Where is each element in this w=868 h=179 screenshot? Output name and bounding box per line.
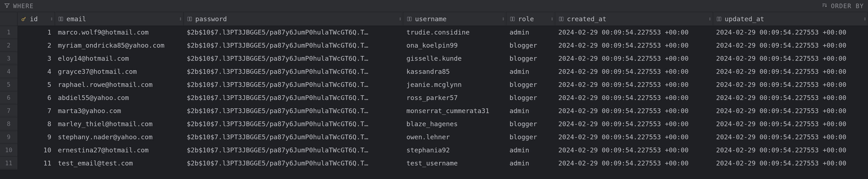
cell-created-at[interactable]: 2024-02-29 00:09:54.227553 +00:00 — [555, 104, 713, 117]
cell-updated-at[interactable]: 2024-02-29 00:09:54.227553 +00:00 — [713, 157, 868, 170]
cell-email[interactable]: grayce37@hotmail.com — [55, 65, 184, 78]
row-number[interactable]: 4 — [0, 65, 18, 78]
column-header-password[interactable]: password — [184, 12, 403, 26]
cell-email[interactable]: test_email@test.com — [55, 157, 184, 170]
row-number[interactable]: 3 — [0, 52, 18, 65]
sort-handle-icon[interactable] — [864, 17, 866, 20]
cell-created-at[interactable]: 2024-02-29 00:09:54.227553 +00:00 — [555, 91, 713, 104]
row-number[interactable]: 1 — [0, 26, 18, 39]
cell-id[interactable]: 5 — [18, 78, 55, 91]
cell-updated-at[interactable]: 2024-02-29 00:09:54.227553 +00:00 — [713, 131, 868, 143]
cell-updated-at[interactable]: 2024-02-29 00:09:54.227553 +00:00 — [713, 65, 868, 78]
cell-username[interactable]: stephania92 — [403, 144, 506, 156]
cell-password[interactable]: $2b$10$7.l3PT3JBGGE5/pa87y6JumP0hulaTWcG… — [184, 26, 403, 39]
cell-created-at[interactable]: 2024-02-29 00:09:54.227553 +00:00 — [555, 131, 713, 143]
cell-created-at[interactable]: 2024-02-29 00:09:54.227553 +00:00 — [555, 78, 713, 91]
row-number[interactable]: 9 — [0, 131, 18, 143]
column-header-updated-at[interactable]: updated_at — [713, 12, 868, 26]
row-number[interactable]: 10 — [0, 144, 18, 156]
cell-created-at[interactable]: 2024-02-29 00:09:54.227553 +00:00 — [555, 117, 713, 130]
row-number[interactable]: 5 — [0, 78, 18, 91]
table-row[interactable]: 9 9 stephany.nader@yahoo.com $2b$10$7.l3… — [0, 131, 868, 144]
cell-updated-at[interactable]: 2024-02-29 00:09:54.227553 +00:00 — [713, 104, 868, 117]
cell-username[interactable]: jeanie.mcglynn — [403, 78, 506, 91]
sort-handle-icon[interactable] — [400, 17, 401, 20]
cell-role[interactable]: admin — [506, 157, 555, 170]
row-number[interactable]: 7 — [0, 104, 18, 117]
cell-password[interactable]: $2b$10$7.l3PT3JBGGE5/pa87y6JumP0hulaTWcG… — [184, 144, 403, 156]
table-row[interactable]: 3 3 eloy14@hotmail.com $2b$10$7.l3PT3JBG… — [0, 52, 868, 65]
sort-handle-icon[interactable] — [552, 17, 553, 20]
table-row[interactable]: 8 8 marley_thiel@hotmail.com $2b$10$7.l3… — [0, 117, 868, 131]
cell-created-at[interactable]: 2024-02-29 00:09:54.227553 +00:00 — [555, 26, 713, 39]
cell-email[interactable]: raphael.rowe@hotmail.com — [55, 78, 184, 91]
cell-password[interactable]: $2b$10$7.l3PT3JBGGE5/pa87y6JumP0hulaTWcG… — [184, 39, 403, 52]
sort-icon[interactable] — [822, 2, 828, 10]
cell-updated-at[interactable]: 2024-02-29 00:09:54.227553 +00:00 — [713, 52, 868, 65]
cell-email[interactable]: stephany.nader@yahoo.com — [55, 131, 184, 143]
table-row[interactable]: 2 2 myriam_ondricka85@yahoo.com $2b$10$7… — [0, 39, 868, 52]
cell-username[interactable]: owen.lehner — [403, 131, 506, 143]
cell-username[interactable]: test_username — [403, 157, 506, 170]
cell-username[interactable]: monserrat_cummerata31 — [403, 104, 506, 117]
sort-handle-icon[interactable] — [51, 17, 52, 20]
column-header-created-at[interactable]: created_at — [555, 12, 713, 26]
cell-id[interactable]: 3 — [18, 52, 55, 65]
cell-username[interactable]: blaze_hagenes — [403, 117, 506, 130]
sort-handle-icon[interactable] — [709, 17, 710, 20]
cell-created-at[interactable]: 2024-02-29 00:09:54.227553 +00:00 — [555, 52, 713, 65]
table-row[interactable]: 6 6 abdiel55@yahoo.com $2b$10$7.l3PT3JBG… — [0, 91, 868, 104]
cell-id[interactable]: 8 — [18, 117, 55, 130]
cell-password[interactable]: $2b$10$7.l3PT3JBGGE5/pa87y6JumP0hulaTWcG… — [184, 65, 403, 78]
cell-updated-at[interactable]: 2024-02-29 00:09:54.227553 +00:00 — [713, 144, 868, 156]
cell-email[interactable]: marley_thiel@hotmail.com — [55, 117, 184, 130]
cell-id[interactable]: 9 — [18, 131, 55, 143]
cell-created-at[interactable]: 2024-02-29 00:09:54.227553 +00:00 — [555, 157, 713, 170]
cell-username[interactable]: gisselle.kunde — [403, 52, 506, 65]
sort-handle-icon[interactable] — [180, 17, 181, 20]
column-header-email[interactable]: email — [55, 12, 184, 26]
cell-created-at[interactable]: 2024-02-29 00:09:54.227553 +00:00 — [555, 39, 713, 52]
cell-role[interactable]: admin — [506, 104, 555, 117]
cell-password[interactable]: $2b$10$7.l3PT3JBGGE5/pa87y6JumP0hulaTWcG… — [184, 157, 403, 170]
cell-email[interactable]: myriam_ondricka85@yahoo.com — [55, 39, 184, 52]
cell-password[interactable]: $2b$10$7.l3PT3JBGGE5/pa87y6JumP0hulaTWcG… — [184, 52, 403, 65]
cell-id[interactable]: 1 — [18, 26, 55, 39]
cell-username[interactable]: ona_koelpin99 — [403, 39, 506, 52]
cell-id[interactable]: 2 — [18, 39, 55, 52]
where-label[interactable]: WHERE — [13, 2, 34, 9]
cell-email[interactable]: marco.wolf9@hotmail.com — [55, 26, 184, 39]
cell-username[interactable]: trudie.considine — [403, 26, 506, 39]
cell-password[interactable]: $2b$10$7.l3PT3JBGGE5/pa87y6JumP0hulaTWcG… — [184, 117, 403, 130]
cell-created-at[interactable]: 2024-02-29 00:09:54.227553 +00:00 — [555, 144, 713, 156]
row-number[interactable]: 11 — [0, 157, 18, 170]
table-row[interactable]: 7 7 marta3@yahoo.com $2b$10$7.l3PT3JBGGE… — [0, 104, 868, 117]
cell-password[interactable]: $2b$10$7.l3PT3JBGGE5/pa87y6JumP0hulaTWcG… — [184, 78, 403, 91]
cell-role[interactable]: blogger — [506, 91, 555, 104]
table-row[interactable]: 1 1 marco.wolf9@hotmail.com $2b$10$7.l3P… — [0, 26, 868, 39]
column-header-username[interactable]: username — [403, 12, 506, 26]
cell-role[interactable]: admin — [506, 144, 555, 156]
cell-password[interactable]: $2b$10$7.l3PT3JBGGE5/pa87y6JumP0hulaTWcG… — [184, 104, 403, 117]
cell-username[interactable]: ross_parker57 — [403, 91, 506, 104]
cell-role[interactable]: blogger — [506, 39, 555, 52]
orderby-label[interactable]: ORDER BY — [831, 2, 864, 9]
cell-updated-at[interactable]: 2024-02-29 00:09:54.227553 +00:00 — [713, 117, 868, 130]
cell-id[interactable]: 7 — [18, 104, 55, 117]
cell-id[interactable]: 6 — [18, 91, 55, 104]
table-row[interactable]: 11 11 test_email@test.com $2b$10$7.l3PT3… — [0, 157, 868, 170]
cell-updated-at[interactable]: 2024-02-29 00:09:54.227553 +00:00 — [713, 78, 868, 91]
row-number[interactable]: 2 — [0, 39, 18, 52]
cell-password[interactable]: $2b$10$7.l3PT3JBGGE5/pa87y6JumP0hulaTWcG… — [184, 131, 403, 143]
cell-email[interactable]: marta3@yahoo.com — [55, 104, 184, 117]
table-row[interactable]: 4 4 grayce37@hotmail.com $2b$10$7.l3PT3J… — [0, 65, 868, 78]
cell-role[interactable]: blogger — [506, 131, 555, 143]
cell-email[interactable]: abdiel55@yahoo.com — [55, 91, 184, 104]
cell-role[interactable]: blogger — [506, 52, 555, 65]
cell-id[interactable]: 4 — [18, 65, 55, 78]
cell-updated-at[interactable]: 2024-02-29 00:09:54.227553 +00:00 — [713, 39, 868, 52]
cell-password[interactable]: $2b$10$7.l3PT3JBGGE5/pa87y6JumP0hulaTWcG… — [184, 91, 403, 104]
cell-role[interactable]: blogger — [506, 78, 555, 91]
cell-role[interactable]: blogger — [506, 117, 555, 130]
cell-email[interactable]: ernestina27@hotmail.com — [55, 144, 184, 156]
